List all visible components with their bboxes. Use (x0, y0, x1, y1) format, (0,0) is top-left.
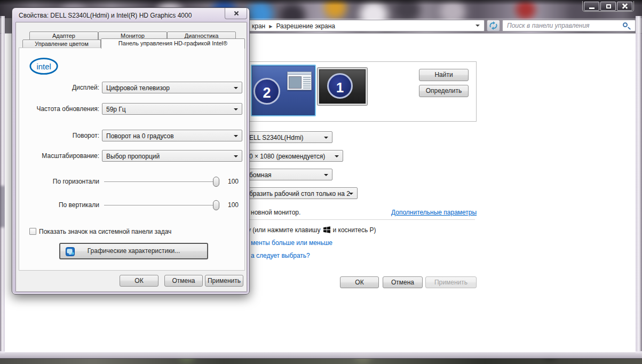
vertical-slider-label: По вертикали (19, 201, 99, 209)
caption-button-group (582, 1, 634, 12)
display-select-value: Цифровой телевизор (106, 84, 170, 92)
refresh-rate-label: Частота обновления: (19, 105, 99, 113)
close-button[interactable] (617, 2, 632, 11)
minimize-button[interactable] (584, 2, 599, 11)
thumbnail-lines (303, 77, 311, 89)
rotation-select[interactable]: Поворот на 0 градусов (102, 130, 242, 141)
page-ok-button[interactable]: ОК (340, 276, 379, 288)
refresh-rate-select[interactable]: 59p Гц (102, 103, 242, 115)
refresh-rate-select-value: 59p Гц (106, 106, 126, 113)
monitor-2-number: 2 (253, 78, 280, 105)
horizontal-slider-label: По горизонтали (19, 178, 99, 185)
horizontal-slider-track[interactable] (104, 181, 219, 183)
identify-button[interactable]: Определить (419, 85, 469, 97)
display-combo-value: ELL S2340L(Hdmi) (249, 134, 304, 141)
display-label: Дисплей: (19, 84, 99, 91)
vertical-slider-value: 100 (228, 201, 239, 209)
dialog-close-button[interactable] (225, 8, 247, 19)
orientation-combo-value: бомная (249, 171, 272, 179)
chevron-down-icon (324, 174, 328, 176)
page-apply-button: Применить (425, 276, 477, 288)
tray-icon-checkbox[interactable] (29, 228, 36, 235)
main-monitor-text: новной монитор. (251, 209, 300, 216)
windows-logo-icon (323, 226, 330, 233)
dialog-apply-button[interactable]: Применить (205, 275, 243, 287)
horizontal-slider-thumb[interactable] (213, 177, 219, 187)
horizontal-slider-value: 100 (228, 178, 239, 185)
advanced-settings-link[interactable]: Дополнительные параметры (391, 209, 477, 216)
projector-hint-post: и коснитесь P) (333, 226, 376, 234)
chevron-down-icon (335, 155, 339, 157)
dialog-ok-button[interactable]: ОК (120, 275, 158, 287)
dialog-client-area: Адаптер Монитор Диагностика Управление ц… (15, 22, 247, 292)
rotation-select-value: Поворот на 0 градусов (106, 132, 174, 140)
projector-hint-pre: у (или нажмите клавишу (248, 226, 321, 234)
tray-icon-checkbox-label: Показать значок на системной панели зада… (39, 228, 210, 235)
resolution-combo-value: 0 × 1080 (рекомендуется) (249, 153, 325, 160)
chevron-down-icon (234, 155, 238, 157)
tab-adapter[interactable]: Адаптер (29, 31, 98, 40)
make-text-larger-link[interactable]: менты больше или меньше (251, 239, 332, 247)
tab-color-management[interactable]: Управление цветом (22, 39, 101, 48)
monitor-2-preview[interactable]: 2 (251, 65, 316, 116)
minimize-icon (589, 7, 595, 9)
monitor-2-window-thumbnail (287, 72, 312, 90)
vertical-slider-thumb[interactable] (213, 200, 219, 210)
intel-logo: intel (29, 56, 59, 76)
graphics-properties-button[interactable]: Графические характеристики... (59, 243, 208, 259)
chevron-down-icon (349, 193, 353, 195)
scaling-select[interactable]: Выбор пропорций (102, 150, 242, 162)
monitor-1-number: 1 (327, 73, 353, 99)
monitor-1-preview[interactable]: 1 (318, 68, 367, 105)
multiple-displays-combo[interactable]: бразить рабочий стол только на 2 (240, 187, 358, 199)
multiple-displays-combo-value: бразить рабочий стол только на 2 (249, 190, 350, 197)
thumbnail-pane (289, 76, 302, 89)
resolution-combo[interactable]: 0 × 1080 (рекомендуется) (240, 150, 343, 162)
properties-dialog: Свойства: DELL S2340L(Hdmi) и Intel(R) H… (12, 7, 250, 295)
intel-tab-page: intel Дисплей: Цифровой телевизор Частот… (19, 48, 245, 271)
intel-graphics-icon (66, 247, 75, 256)
which-settings-link[interactable]: а следует выбрать? (251, 252, 310, 259)
graphics-properties-label: Графические характеристики... (88, 247, 180, 255)
chevron-down-icon (234, 87, 238, 89)
scaling-select-value: Выбор пропорций (106, 153, 160, 160)
display-combo[interactable]: ELL S2340L(Hdmi) (240, 131, 332, 143)
dialog-title: Свойства: DELL S2340L(Hdmi) и Intel(R) H… (19, 12, 192, 19)
svg-text:intel: intel (36, 62, 51, 71)
projector-hint-text: у (или нажмите клавишуи коснитесь P) (248, 226, 376, 234)
maximize-button[interactable] (600, 2, 616, 11)
chevron-down-icon (234, 108, 238, 110)
find-button[interactable]: Найти (419, 69, 469, 81)
tab-intel-hd-graphics[interactable]: Панель управления HD-графикой Intel® (101, 38, 245, 49)
dialog-cancel-button[interactable]: Отмена (164, 275, 203, 287)
chevron-down-icon (324, 137, 328, 139)
screen: кран▶Разрешение экрана 2 1 Найти (0, 0, 642, 364)
rotation-label: Поворот: (19, 132, 99, 139)
scaling-label: Масштабирование: (19, 152, 99, 160)
vertical-slider-track[interactable] (104, 205, 219, 206)
chevron-down-icon (234, 135, 238, 137)
orientation-combo[interactable]: бомная (240, 169, 332, 180)
thumbnail-titlebar (288, 72, 311, 75)
page-cancel-button[interactable]: Отмена (383, 276, 423, 288)
display-select[interactable]: Цифровой телевизор (102, 82, 242, 93)
maximize-icon (606, 4, 611, 9)
